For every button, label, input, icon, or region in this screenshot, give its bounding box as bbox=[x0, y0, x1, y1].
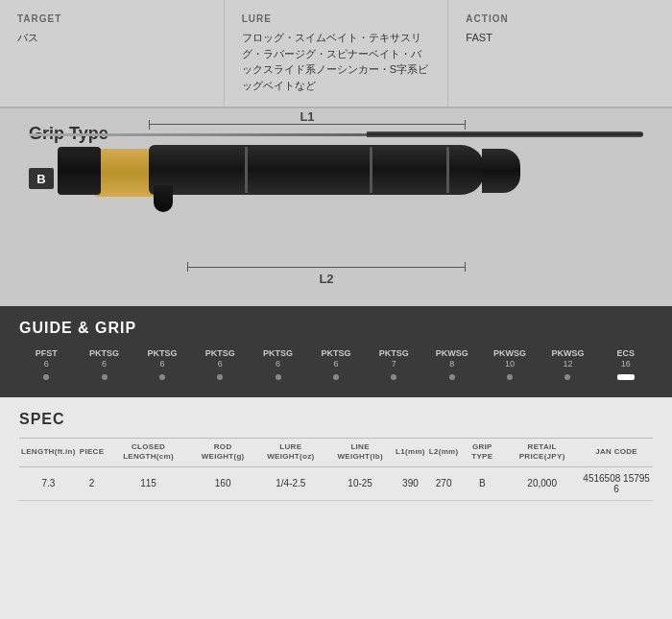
spec-header: L2(mm) bbox=[427, 438, 461, 466]
guide-dot-0 bbox=[19, 374, 73, 380]
spec-section: SPEC LENGTH(ft.in)PIECECLOSED LENGTH(cm)… bbox=[0, 397, 672, 516]
spec-cell: 390 bbox=[394, 466, 427, 500]
reel-seat bbox=[94, 149, 156, 197]
trigger-grip bbox=[154, 185, 173, 212]
l1-line: L1 bbox=[149, 124, 466, 125]
guide-cell-5: PKTSG6 bbox=[309, 348, 363, 369]
lure-value: フロッグ・スイムベイト・テキサスリグ・ラバージグ・スピナーベイト・バックスライド… bbox=[242, 30, 431, 93]
spec-cell: 10-25 bbox=[326, 466, 394, 500]
guide-dot-10 bbox=[599, 374, 653, 380]
rod-body bbox=[367, 131, 643, 137]
grip-section: Grip Type B L1 L2 bbox=[0, 108, 672, 306]
spec-header: LURE WEIGHT(oz) bbox=[255, 438, 327, 466]
spec-cell: B bbox=[460, 466, 504, 500]
lure-label: LURE bbox=[242, 13, 431, 24]
guide-cell-3: PKTSG6 bbox=[193, 348, 247, 369]
spec-header: RETAIL PRICE(JPY) bbox=[504, 438, 580, 466]
guide-cell-4: PKTSG6 bbox=[251, 348, 304, 369]
guide-cell-9: PKWSG12 bbox=[540, 348, 594, 369]
spec-header: GRIP TYPE bbox=[460, 438, 504, 466]
spec-header: LINE WEIGHT(lb) bbox=[326, 438, 394, 466]
l2-label: L2 bbox=[319, 272, 333, 286]
guide-cell-7: PKWSG8 bbox=[425, 348, 479, 369]
spec-cell: 160 bbox=[191, 466, 255, 500]
guide-grip-title: GUIDE & GRIP bbox=[19, 320, 653, 337]
l1-label: L1 bbox=[300, 109, 314, 124]
grip-ring-1 bbox=[245, 147, 248, 193]
guide-dot-7 bbox=[425, 374, 479, 380]
spec-header: CLOSED LENGTH(cm) bbox=[106, 438, 190, 466]
butt-cap bbox=[482, 149, 520, 193]
spec-cell: 7.3 bbox=[19, 466, 78, 500]
spec-header: L1(mm) bbox=[394, 438, 427, 466]
guide-cell-8: PKWSG10 bbox=[483, 348, 537, 369]
spec-cell: 4516508 15795 6 bbox=[580, 466, 653, 500]
grip-b-badge: B bbox=[29, 168, 54, 189]
spec-header: PIECE bbox=[78, 438, 107, 466]
guide-dot-6 bbox=[367, 374, 420, 380]
guide-grip-section: GUIDE & GRIP PFST6PKTSG6PKTSG6PKTSG6PKTS… bbox=[0, 306, 672, 397]
guide-cell-10: ECS16 bbox=[599, 348, 653, 369]
spec-title: SPEC bbox=[19, 411, 653, 428]
spec-header: LENGTH(ft.in) bbox=[19, 438, 78, 466]
spec-header: JAN CODE bbox=[580, 438, 653, 466]
spec-cell: 115 bbox=[106, 466, 190, 500]
guide-dot-row bbox=[19, 374, 653, 380]
action-value: FAST bbox=[466, 30, 655, 46]
guide-dot-4 bbox=[251, 374, 304, 380]
guide-cell-2: PKTSG6 bbox=[135, 348, 189, 369]
guide-cell-1: PKTSG6 bbox=[77, 348, 131, 369]
grip-ring-3 bbox=[446, 147, 449, 193]
spec-cell: 20,000 bbox=[504, 466, 580, 500]
spec-cell: 2 bbox=[78, 466, 107, 500]
guide-dot-1 bbox=[77, 374, 131, 380]
front-grip bbox=[58, 147, 101, 195]
grip-ring-2 bbox=[370, 147, 372, 193]
guide-table: PFST6PKTSG6PKTSG6PKTSG6PKTSG6PKTSG6PKTSG… bbox=[19, 348, 653, 380]
guide-cell-6: PKTSG7 bbox=[367, 348, 420, 369]
guide-dot-2 bbox=[135, 374, 189, 380]
guide-dot-9 bbox=[540, 374, 594, 380]
l2-line: L2 bbox=[187, 267, 466, 268]
guide-cell-0: PFST6 bbox=[19, 348, 73, 369]
action-label: ACTION bbox=[466, 13, 655, 24]
top-section: TARGET バス LURE フロッグ・スイムベイト・テキサスリグ・ラバージグ・… bbox=[0, 0, 672, 108]
guide-label-row: PFST6PKTSG6PKTSG6PKTSG6PKTSG6PKTSG6PKTSG… bbox=[19, 348, 653, 369]
spec-table: LENGTH(ft.in)PIECECLOSED LENGTH(cm)ROD W… bbox=[19, 438, 653, 501]
guide-dot-8 bbox=[483, 374, 537, 380]
target-value: バス bbox=[17, 30, 206, 46]
spec-row: 7.321151601/4-2.510-25390270B20,00045165… bbox=[19, 466, 653, 500]
guide-dot-3 bbox=[193, 374, 247, 380]
target-col: TARGET バス bbox=[0, 0, 225, 107]
spec-header: ROD WEIGHT(g) bbox=[191, 438, 255, 466]
main-grip bbox=[149, 145, 485, 195]
lure-col: LURE フロッグ・スイムベイト・テキサスリグ・ラバージグ・スピナーベイト・バッ… bbox=[225, 0, 449, 107]
target-label: TARGET bbox=[17, 13, 206, 24]
spec-cell: 1/4-2.5 bbox=[255, 466, 327, 500]
guide-dot-5 bbox=[309, 374, 363, 380]
action-col: ACTION FAST bbox=[448, 0, 672, 107]
spec-cell: 270 bbox=[427, 466, 461, 500]
